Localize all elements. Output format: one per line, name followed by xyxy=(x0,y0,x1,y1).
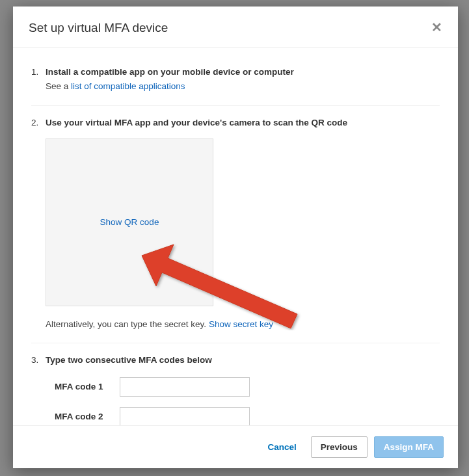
step-2-content: Use your virtual MFA app and your device… xyxy=(46,116,440,332)
mfa-code-1-label: MFA code 1 xyxy=(55,380,111,393)
mfa-code-2-input[interactable] xyxy=(120,407,250,425)
mfa-code-1-row: MFA code 1 xyxy=(55,377,440,397)
cancel-button[interactable]: Cancel xyxy=(260,437,304,457)
close-icon: ✕ xyxy=(431,20,442,34)
step-3-content: Type two consecutive MFA codes below MFA… xyxy=(46,354,440,425)
show-qr-code-link[interactable]: Show QR code xyxy=(100,216,159,229)
step-1-title: Install a compatible app on your mobile … xyxy=(46,66,440,79)
mfa-code-1-input[interactable] xyxy=(120,377,250,397)
step-1: 1. Install a compatible app on your mobi… xyxy=(31,60,440,105)
step-3-title: Type two consecutive MFA codes below xyxy=(46,354,440,367)
mfa-code-2-label: MFA code 2 xyxy=(55,410,111,423)
step-3-number: 3. xyxy=(31,354,42,425)
assign-mfa-button[interactable]: Assign MFA xyxy=(374,436,444,458)
step-3: 3. Type two consecutive MFA codes below … xyxy=(31,343,440,425)
mfa-code-2-row: MFA code 2 xyxy=(55,407,440,425)
step-2: 2. Use your virtual MFA app and your dev… xyxy=(31,105,440,343)
step-1-content: Install a compatible app on your mobile … xyxy=(46,66,440,94)
dialog-body: 1. Install a compatible app on your mobi… xyxy=(13,47,458,425)
step-2-title: Use your virtual MFA app and your device… xyxy=(46,116,440,129)
close-button[interactable]: ✕ xyxy=(431,21,442,34)
previous-button[interactable]: Previous xyxy=(311,436,368,458)
qr-code-placeholder: Show QR code xyxy=(46,139,213,306)
step-1-number: 1. xyxy=(31,66,42,94)
step-1-subtext-prefix: See a xyxy=(46,81,71,91)
step-2-number: 2. xyxy=(31,116,42,332)
compatible-apps-link[interactable]: list of compatible applications xyxy=(71,81,185,91)
show-secret-key-link[interactable]: Show secret key xyxy=(209,319,273,329)
secret-key-alt-text: Alternatively, you can type the secret k… xyxy=(46,318,440,331)
dialog-title: Set up virtual MFA device xyxy=(29,21,168,35)
dialog-header: Set up virtual MFA device ✕ xyxy=(13,7,458,47)
alt-text-prefix: Alternatively, you can type the secret k… xyxy=(46,319,209,329)
step-1-subtext: See a list of compatible applications xyxy=(46,80,440,93)
dialog-footer: Cancel Previous Assign MFA xyxy=(13,425,458,468)
mfa-setup-dialog: Set up virtual MFA device ✕ 1. Install a… xyxy=(13,7,458,468)
